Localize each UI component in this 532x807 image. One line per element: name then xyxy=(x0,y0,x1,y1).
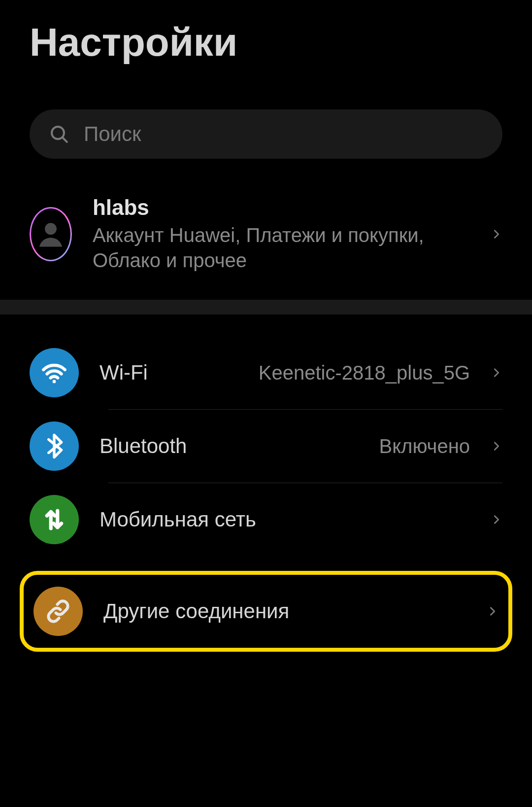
settings-item-label: Другие соединения xyxy=(103,599,466,623)
chevron-right-icon xyxy=(491,436,502,456)
account-row[interactable]: hlabs Аккаунт Huawei, Платежи и покупки,… xyxy=(0,183,532,285)
svg-point-3 xyxy=(53,380,56,384)
bluetooth-icon xyxy=(30,421,79,471)
chevron-right-icon xyxy=(491,363,502,383)
settings-item-label: Bluetooth xyxy=(100,434,358,458)
mobile-data-icon xyxy=(30,495,79,544)
avatar xyxy=(30,207,72,261)
settings-item-value: Включено xyxy=(379,435,470,457)
svg-line-1 xyxy=(63,138,67,142)
wifi-icon xyxy=(30,348,79,397)
search-input[interactable] xyxy=(84,122,483,146)
account-subtitle: Аккаунт Huawei, Платежи и покупки, Облак… xyxy=(93,223,470,273)
link-icon xyxy=(33,587,83,636)
chevron-right-icon xyxy=(491,224,502,244)
svg-point-2 xyxy=(45,223,57,235)
settings-item-value: Keenetic-2818_plus_5G xyxy=(259,362,470,384)
settings-item-label: Мобильная сеть xyxy=(100,508,470,531)
account-name: hlabs xyxy=(93,195,470,220)
section-divider xyxy=(0,300,532,315)
chevron-right-icon xyxy=(491,510,502,529)
search-icon xyxy=(49,124,69,144)
highlighted-item-box: Другие соединения xyxy=(20,571,512,652)
settings-item-wifi[interactable]: Wi-Fi Keenetic-2818_plus_5G xyxy=(0,336,532,409)
search-bar[interactable] xyxy=(30,109,502,159)
chevron-right-icon xyxy=(487,601,499,621)
settings-item-bluetooth[interactable]: Bluetooth Включено xyxy=(0,410,532,483)
settings-item-mobile-network[interactable]: Мобильная сеть xyxy=(0,483,532,556)
page-title: Настройки xyxy=(0,0,532,65)
settings-item-label: Wi-Fi xyxy=(100,361,238,385)
settings-item-more-connections[interactable]: Другие соединения xyxy=(24,580,508,643)
